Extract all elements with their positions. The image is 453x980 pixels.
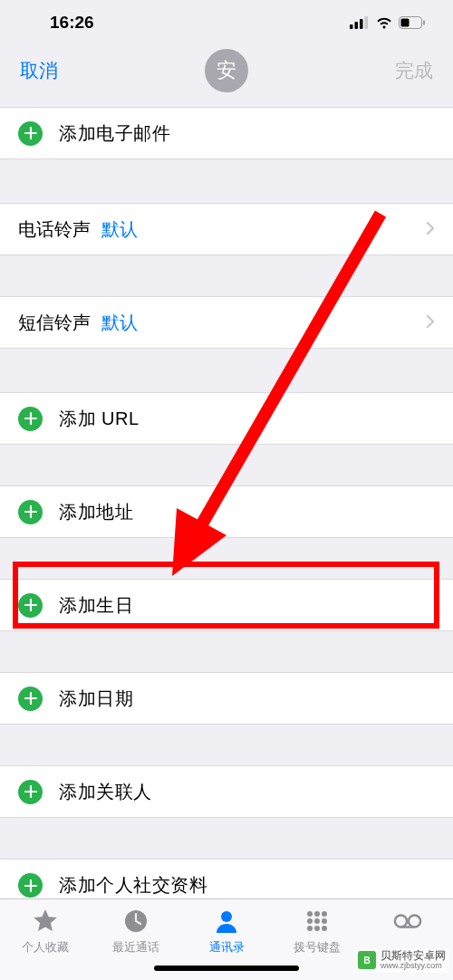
add-email-label: 添加电子邮件 — [59, 121, 170, 146]
add-date-row[interactable]: 添加日期 — [0, 672, 453, 725]
status-time: 16:26 — [50, 13, 94, 33]
svg-point-15 — [314, 918, 320, 924]
sms-tone-value: 默认 — [101, 311, 138, 335]
svg-point-16 — [322, 918, 327, 924]
avatar[interactable]: 安 — [205, 49, 248, 92]
add-address-row[interactable]: 添加地址 — [0, 485, 453, 538]
clock-icon — [121, 907, 150, 936]
person-icon — [212, 907, 241, 936]
svg-point-19 — [322, 926, 327, 931]
svg-point-18 — [314, 926, 320, 931]
ringtone-value: 默认 — [101, 217, 138, 242]
cellular-icon — [350, 16, 370, 29]
star-icon — [31, 907, 60, 936]
tab-label: 个人收藏 — [22, 939, 69, 956]
content-area: 添加电子邮件 电话铃声 默认 短信铃声 默认 添加 URL 添加地址 — [0, 96, 453, 911]
watermark-url: www.zjbstyy.com — [381, 962, 446, 971]
tab-label: 最近通话 — [112, 939, 159, 956]
add-address-label: 添加地址 — [59, 500, 133, 524]
svg-point-10 — [221, 911, 232, 922]
svg-point-11 — [307, 911, 313, 917]
plus-icon — [18, 687, 43, 711]
nav-bar: 取消 安 完成 — [0, 45, 453, 96]
svg-rect-3 — [365, 16, 369, 29]
tab-label: 拨号键盘 — [294, 939, 341, 956]
add-related-label: 添加关联人 — [59, 780, 152, 804]
svg-point-14 — [307, 918, 313, 924]
add-related-row[interactable]: 添加关联人 — [0, 765, 453, 818]
done-button[interactable]: 完成 — [395, 58, 433, 83]
svg-point-21 — [409, 915, 420, 927]
tab-label: 通讯录 — [209, 939, 245, 956]
plus-icon — [18, 780, 43, 804]
chevron-right-icon — [426, 312, 435, 333]
plus-icon — [18, 500, 43, 524]
battery-icon — [399, 16, 426, 29]
svg-point-17 — [307, 926, 313, 931]
ringtone-row[interactable]: 电话铃声 默认 — [0, 203, 453, 255]
svg-point-13 — [322, 911, 327, 917]
plus-icon — [18, 407, 43, 431]
plus-icon — [18, 873, 43, 898]
add-birthday-label: 添加生日 — [59, 593, 133, 618]
keypad-icon — [303, 907, 332, 936]
cancel-button[interactable]: 取消 — [20, 58, 58, 83]
avatar-initial: 安 — [217, 57, 236, 84]
ringtone-label: 电话铃声 — [18, 217, 91, 242]
watermark: B 贝斯特安卓网 www.zjbstyy.com — [354, 948, 449, 973]
svg-rect-1 — [355, 22, 359, 29]
chevron-right-icon — [426, 219, 435, 240]
status-bar: 16:26 — [0, 0, 453, 45]
tab-favorites[interactable]: 个人收藏 — [3, 907, 88, 980]
svg-rect-0 — [350, 24, 353, 29]
sms-tone-row[interactable]: 短信铃声 默认 — [0, 296, 453, 349]
wifi-icon — [375, 16, 393, 29]
plus-icon — [18, 121, 43, 146]
svg-point-12 — [314, 911, 320, 917]
add-url-row[interactable]: 添加 URL — [0, 392, 453, 445]
add-date-label: 添加日期 — [59, 687, 133, 711]
sms-tone-label: 短信铃声 — [18, 311, 91, 335]
home-indicator — [154, 966, 299, 971]
add-social-label: 添加个人社交资料 — [59, 873, 207, 898]
add-birthday-row[interactable]: 添加生日 — [0, 579, 453, 631]
svg-rect-5 — [401, 19, 410, 27]
svg-rect-2 — [360, 19, 363, 29]
add-url-label: 添加 URL — [59, 407, 140, 431]
status-icons — [350, 16, 426, 29]
watermark-logo-icon: B — [358, 951, 376, 969]
svg-point-20 — [395, 915, 407, 927]
plus-icon — [18, 593, 43, 618]
svg-rect-6 — [423, 21, 425, 25]
add-email-row[interactable]: 添加电子邮件 — [0, 107, 453, 159]
voicemail-icon — [393, 907, 422, 936]
